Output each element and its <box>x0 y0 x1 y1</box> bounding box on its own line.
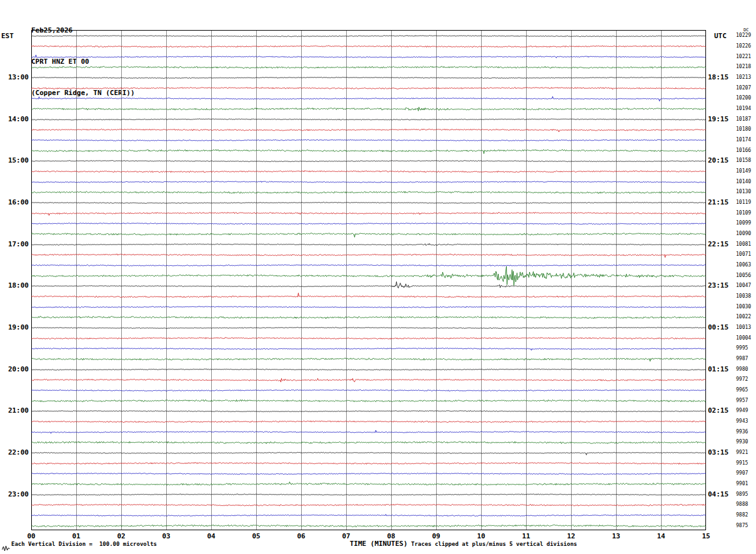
trace-dc-value: 9980 <box>736 366 748 372</box>
trace-dc-value: 10166 <box>736 148 751 153</box>
trace-dc-value: 9995 <box>736 345 748 351</box>
seismogram-plot <box>31 30 706 530</box>
trace-dc-value: 10187 <box>736 116 751 122</box>
trace-dc-value: 10158 <box>736 158 751 163</box>
trace-dc-value: 9949 <box>736 408 748 413</box>
trace-dc-value: 10194 <box>736 106 751 111</box>
trace-dc-value: 10038 <box>736 293 751 299</box>
x-axis-title: TIME (MINUTES) <box>337 540 420 548</box>
x-tick-label: 06 <box>294 532 309 540</box>
right-axis-title: UTC <box>714 32 727 40</box>
trace-dc-value: 10218 <box>736 64 751 69</box>
x-tick-label: 11 <box>519 532 534 540</box>
scale-footnote: Each Vertical Division = 100.00 microvol… <box>11 541 157 547</box>
x-tick-label: 14 <box>654 532 669 540</box>
trace-dc-value: 10056 <box>736 273 751 278</box>
trace-dc-value: 10130 <box>736 189 751 194</box>
est-time-label: 22:00 <box>0 448 29 456</box>
trace-dc-value: 9987 <box>736 356 748 361</box>
trace-dc-value: 10099 <box>736 220 751 226</box>
est-time-label: 21:00 <box>0 406 29 415</box>
utc-time-label: 04:15 <box>708 490 729 498</box>
utc-time-label: 20:15 <box>708 156 729 164</box>
trace-dc-value: 10022 <box>736 314 751 320</box>
trace-dc-value: 9965 <box>736 387 748 393</box>
trace-dc-value: 10213 <box>736 74 751 80</box>
utc-time-label: 02:15 <box>708 406 729 415</box>
trace-dc-value: 9907 <box>736 470 748 476</box>
est-time-label: 13:00 <box>0 73 29 81</box>
x-tick-label: 04 <box>204 532 219 540</box>
trace-dc-value: 10004 <box>736 335 751 341</box>
utc-time-label: 19:15 <box>708 115 729 123</box>
utc-time-label: 03:15 <box>708 448 729 456</box>
clip-footnote: Traces clipped at plus/minus 5 vertical … <box>411 541 577 547</box>
est-time-label: 23:00 <box>0 490 29 498</box>
trace-dc-value: 10047 <box>736 283 751 288</box>
est-time-label: 15:00 <box>0 156 29 164</box>
trace-dc-value: 9957 <box>736 398 748 403</box>
trace-dc-value: 10180 <box>736 126 751 132</box>
trace-dc-value: 9901 <box>736 481 748 486</box>
trace-dc-value: 9921 <box>736 450 748 455</box>
x-tick-label: 05 <box>249 532 264 540</box>
dc-column-header: DC <box>744 28 749 33</box>
trace-dc-value: 10081 <box>736 241 751 247</box>
trace-dc-value: 9972 <box>736 376 748 382</box>
trace-dc-value: 10030 <box>736 304 751 310</box>
trace-dc-value: 9930 <box>736 439 748 445</box>
trace-dc-value: 10174 <box>736 137 751 143</box>
trace-dc-value: 9875 <box>736 523 748 528</box>
x-tick-label: 12 <box>564 532 579 540</box>
est-time-label: 20:00 <box>0 365 29 373</box>
trace-dc-value: 9915 <box>736 460 748 466</box>
trace-dc-value: 9936 <box>736 429 748 435</box>
trace-dc-value: 10226 <box>736 43 751 49</box>
x-tick-label: 02 <box>114 532 129 540</box>
x-tick-label: 01 <box>69 532 84 540</box>
est-time-label: 18:00 <box>0 281 29 290</box>
trace-dc-value: 10200 <box>736 95 751 101</box>
trace-dc-value: 9888 <box>736 501 748 507</box>
utc-time-label: 21:15 <box>708 198 729 206</box>
x-tick-label: 13 <box>609 532 624 540</box>
trace-dc-value: 10063 <box>736 262 751 268</box>
trace-dc-value: 10140 <box>736 179 751 184</box>
est-time-label: 16:00 <box>0 198 29 206</box>
trace-dc-value: 10109 <box>736 210 751 216</box>
utc-time-label: 01:15 <box>708 365 729 373</box>
trace-dc-value: 10207 <box>736 85 751 91</box>
x-tick-label: 03 <box>159 532 174 540</box>
trace-dc-value: 10090 <box>736 231 751 236</box>
utc-time-label: 00:15 <box>708 323 729 331</box>
trace-dc-value: 10071 <box>736 251 751 257</box>
utc-time-label: 22:15 <box>708 240 729 248</box>
trace-dc-value: 10221 <box>736 54 751 59</box>
trace-dc-value: 10119 <box>736 199 751 205</box>
est-time-label: 19:00 <box>0 323 29 331</box>
trace-dc-value: 10229 <box>736 33 751 38</box>
trace-dc-value: 9895 <box>736 491 748 497</box>
est-time-label: 14:00 <box>0 115 29 123</box>
est-time-label: 17:00 <box>0 240 29 248</box>
utc-time-label: 23:15 <box>708 281 729 290</box>
utc-time-label: 18:15 <box>708 73 729 81</box>
corner-squiggle-icon <box>2 545 10 552</box>
x-tick-label: 09 <box>429 532 444 540</box>
trace-dc-value: 10149 <box>736 168 751 174</box>
trace-dc-value: 10013 <box>736 325 751 330</box>
trace-dc-value: 9943 <box>736 418 748 424</box>
x-tick-label: 00 <box>24 532 39 540</box>
x-tick-label: 10 <box>474 532 489 540</box>
helicorder-page: Feb25,2026 CPRT HNZ ET 00 (Copper Ridge,… <box>0 0 756 554</box>
left-axis-title: EST <box>1 32 14 40</box>
x-tick-label: 15 <box>699 532 714 540</box>
trace-dc-value: 9882 <box>736 512 748 518</box>
